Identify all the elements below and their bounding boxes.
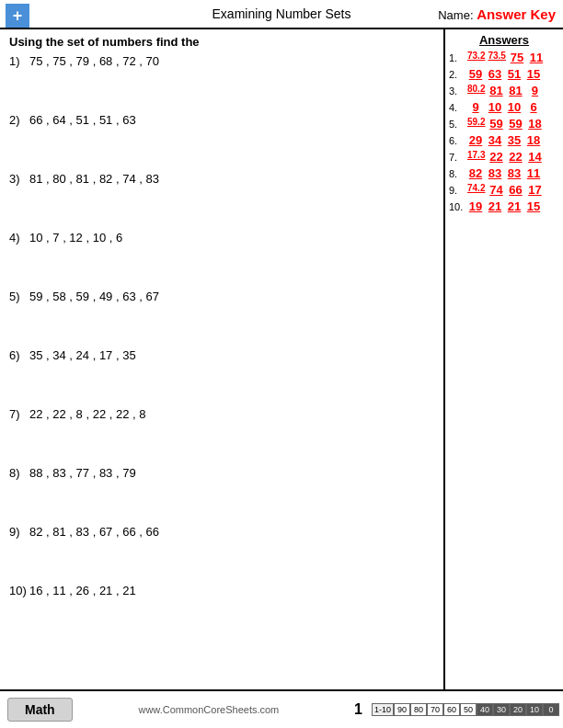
- answer-row-9: 9.74.2746617: [449, 183, 559, 197]
- problem-num-1: 1): [9, 54, 29, 68]
- problem-4: 4) 10 , 7 , 12 , 10 , 6: [9, 231, 434, 288]
- answer-val-10-1: 19: [467, 199, 484, 213]
- answer-num-6: 6.: [449, 135, 467, 146]
- answer-row-1: 1.73.273.57511: [449, 51, 559, 64]
- answer-val-3-2: 81: [488, 84, 504, 97]
- answer-val-4-4: 6: [525, 100, 542, 114]
- answer-val-3-3: 81: [507, 84, 523, 97]
- answer-val-5-4: 18: [526, 117, 543, 131]
- right-panel: Answers 1.73.273.575112.596351153.80.281…: [445, 29, 563, 689]
- answer-val-2-2: 63: [487, 67, 503, 81]
- problem-10: 10) 16 , 11 , 26 , 21 , 21: [9, 584, 434, 641]
- answer-val-5-2: 59: [488, 117, 504, 131]
- footer-center: www.CommonCoreSheets.com: [73, 704, 345, 715]
- answer-vals-10: 19212115: [467, 199, 542, 213]
- answer-num-8: 8.: [449, 168, 467, 179]
- answer-val-4-1: 9: [467, 100, 484, 114]
- answer-val-6-1: 29: [467, 133, 484, 147]
- answers-container: 1.73.273.575112.596351153.80.2818194.910…: [449, 51, 559, 213]
- answer-val-7-4: 14: [526, 150, 543, 164]
- answer-row-10: 10.19212115: [449, 199, 559, 213]
- answers-title: Answers: [449, 33, 559, 47]
- answer-val-9-1: 74.2: [467, 183, 485, 197]
- problem-8: 8) 88 , 83 , 77 , 83 , 79: [9, 466, 434, 523]
- answer-key-label: Answer Key: [477, 6, 556, 22]
- main-content: Using the set of numbers find the 1) 75 …: [0, 29, 563, 689]
- header-title: Examining Number Sets: [213, 6, 351, 21]
- answer-val-1-4: 11: [528, 51, 545, 64]
- problem-data-1: 75 , 75 , 79 , 68 , 72 , 70: [29, 54, 159, 68]
- answer-val-8-1: 82: [467, 166, 484, 180]
- answer-num-5: 5.: [449, 119, 467, 130]
- problem-data-3: 81 , 80 , 81 , 82 , 74 , 83: [29, 172, 159, 186]
- answer-num-10: 10.: [449, 201, 467, 212]
- answer-val-1-1: 73.2: [467, 51, 485, 64]
- problem-data-5: 59 , 58 , 59 , 49 , 63 , 67: [29, 290, 159, 303]
- answer-val-1-2: 73.5: [488, 51, 505, 64]
- answer-row-8: 8.82838311: [449, 166, 559, 180]
- answer-num-9: 9.: [449, 185, 467, 196]
- answer-val-5-3: 59: [507, 117, 523, 131]
- answer-val-6-3: 35: [506, 133, 523, 147]
- answer-row-3: 3.80.281819: [449, 84, 559, 97]
- answer-val-6-2: 34: [487, 133, 503, 147]
- answer-val-4-2: 10: [487, 100, 503, 114]
- problem-9: 9) 82 , 81 , 83 , 67 , 66 , 66: [9, 525, 434, 582]
- problem-num-3: 3): [9, 172, 29, 186]
- answer-vals-6: 29343518: [467, 133, 542, 147]
- footer: Math www.CommonCoreSheets.com 1 1-10 90 …: [0, 689, 563, 728]
- answer-val-2-3: 51: [506, 67, 523, 81]
- answer-vals-4: 910106: [467, 100, 542, 114]
- answer-num-3: 3.: [449, 85, 467, 97]
- answer-val-4-3: 10: [506, 100, 523, 114]
- answer-num-2: 2.: [449, 69, 467, 80]
- answer-val-5-1: 59.2: [467, 117, 485, 131]
- answer-vals-2: 59635115: [467, 67, 542, 81]
- page-number: 1: [354, 701, 362, 718]
- instruction: Using the set of numbers find the: [9, 35, 434, 49]
- problem-data-6: 35 , 34 , 24 , 17 , 35: [29, 348, 136, 362]
- answer-val-3-4: 9: [526, 84, 543, 97]
- problem-1: 1) 75 , 75 , 79 , 68 , 72 , 70: [9, 54, 434, 111]
- answer-row-2: 2.59635115: [449, 67, 559, 81]
- answer-vals-9: 74.2746617: [467, 183, 543, 197]
- answer-num-4: 4.: [449, 102, 467, 113]
- problem-5: 5) 59 , 58 , 59 , 49 , 63 , 67: [9, 290, 434, 347]
- name-label: Name:: [438, 8, 473, 22]
- answer-val-10-2: 21: [487, 199, 503, 213]
- answer-num-7: 7.: [449, 152, 467, 163]
- answer-val-6-4: 18: [525, 133, 542, 147]
- problem-num-4: 4): [9, 231, 29, 245]
- answer-num-1: 1.: [449, 52, 467, 63]
- score-section: 1-10 90 80 70 60 50 40 30 20 10 0: [372, 703, 559, 716]
- answer-row-4: 4.910106: [449, 100, 559, 114]
- problem-2: 2) 66 , 64 , 51 , 51 , 63: [9, 113, 434, 170]
- problem-num-9: 9): [9, 525, 29, 539]
- answer-vals-3: 80.281819: [467, 84, 543, 97]
- answer-val-10-4: 15: [525, 199, 542, 213]
- answer-val-9-4: 17: [526, 183, 543, 197]
- answer-val-9-3: 66: [507, 183, 523, 197]
- answer-val-2-4: 15: [525, 67, 542, 81]
- problem-num-8: 8): [9, 466, 29, 480]
- problem-num-6: 6): [9, 348, 29, 362]
- answer-row-5: 5.59.2595918: [449, 117, 559, 131]
- answer-val-1-3: 75: [509, 51, 525, 64]
- answer-val-8-4: 11: [525, 166, 542, 180]
- answer-val-2-1: 59: [467, 67, 484, 81]
- problem-num-5: 5): [9, 290, 29, 303]
- header-name-area: Name: Answer Key: [438, 6, 556, 22]
- answer-val-7-3: 22: [507, 150, 523, 164]
- problem-data-9: 82 , 81 , 83 , 67 , 66 , 66: [29, 525, 159, 539]
- problem-data-10: 16 , 11 , 26 , 21 , 21: [29, 584, 136, 597]
- problem-7: 7) 22 , 22 , 8 , 22 , 22 , 8: [9, 407, 434, 464]
- header: + Examining Number Sets Name: Answer Key: [0, 0, 563, 29]
- left-panel: Using the set of numbers find the 1) 75 …: [0, 29, 445, 689]
- answer-row-6: 6.29343518: [449, 133, 559, 147]
- answer-val-8-2: 83: [487, 166, 503, 180]
- answer-val-10-3: 21: [506, 199, 523, 213]
- answer-val-7-2: 22: [488, 150, 504, 164]
- website-label: www.CommonCoreSheets.com: [138, 704, 279, 715]
- problem-data-2: 66 , 64 , 51 , 51 , 63: [29, 113, 136, 127]
- logo: +: [6, 4, 29, 28]
